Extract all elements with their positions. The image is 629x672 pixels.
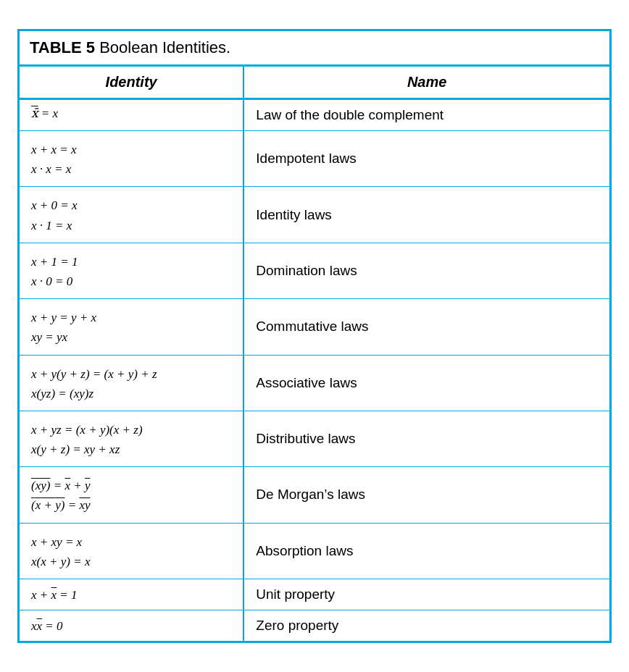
identity-cell: x + y = y + x xy = yx bbox=[20, 299, 243, 355]
name-cell: De Morgan’s laws bbox=[243, 467, 609, 523]
table-row: x + xy = x x(x + y) = x Absorption laws bbox=[20, 523, 609, 579]
table-title-bold: TABLE 5 bbox=[30, 38, 95, 56]
identity-cell: x + x = x x · x = x bbox=[20, 131, 243, 187]
table-row: x + yz = (x + y)(x + z) x(y + z) = xy + … bbox=[20, 411, 609, 466]
table-title: TABLE 5 Boolean Identities. bbox=[20, 31, 609, 67]
table-row: xx = 0 Zero property bbox=[20, 610, 609, 642]
name-cell: Distributive laws bbox=[243, 411, 609, 466]
table-title-rest: Boolean Identities. bbox=[95, 38, 230, 56]
name-cell: Domination laws bbox=[243, 243, 609, 298]
identity-cell: x + 1 = 1 x · 0 = 0 bbox=[20, 243, 243, 298]
table-row: x + y = y + x xy = yx Commutative laws bbox=[20, 299, 609, 355]
name-cell: Identity laws bbox=[243, 187, 609, 243]
identity-cell: x + y(y + z) = (x + y) + z x(yz) = (xy)z bbox=[20, 355, 243, 411]
table-row: x + 1 = 1 x · 0 = 0 Domination laws bbox=[20, 243, 609, 298]
table-row: x + y(y + z) = (x + y) + z x(yz) = (xy)z… bbox=[20, 355, 609, 411]
table-header-row: Identity Name bbox=[20, 67, 609, 99]
identity-cell: x + xy = x x(x + y) = x bbox=[20, 523, 243, 579]
header-name: Name bbox=[243, 67, 609, 99]
name-cell: Absorption laws bbox=[243, 523, 609, 579]
boolean-identities-table: TABLE 5 Boolean Identities. Identity Nam… bbox=[17, 29, 612, 643]
identity-cell: x + yz = (x + y)(x + z) x(y + z) = xy + … bbox=[20, 411, 243, 466]
identity-cell: xx = 0 bbox=[20, 610, 243, 642]
identity-cell: x + x = 1 bbox=[20, 579, 243, 610]
identity-cell: x̄ = x bbox=[20, 99, 243, 131]
table-row: x + x = x x · x = x Idempotent laws bbox=[20, 131, 609, 187]
name-cell: Unit property bbox=[243, 579, 609, 610]
table-row: x̄ = x Law of the double complement bbox=[20, 99, 609, 131]
table-row: x + x = 1 Unit property bbox=[20, 579, 609, 610]
name-cell: Commutative laws bbox=[243, 299, 609, 355]
name-cell: Associative laws bbox=[243, 355, 609, 411]
name-cell: Idempotent laws bbox=[243, 131, 609, 187]
table-row: x + 0 = x x · 1 = x Identity laws bbox=[20, 187, 609, 243]
header-identity: Identity bbox=[20, 67, 243, 99]
table-row: (xy) = x + y (x + y) = xy De Morgan’s la… bbox=[20, 467, 609, 523]
name-cell: Law of the double complement bbox=[243, 99, 609, 131]
identity-cell: x + 0 = x x · 1 = x bbox=[20, 187, 243, 243]
identity-cell: (xy) = x + y (x + y) = xy bbox=[20, 467, 243, 523]
name-cell: Zero property bbox=[243, 610, 609, 642]
